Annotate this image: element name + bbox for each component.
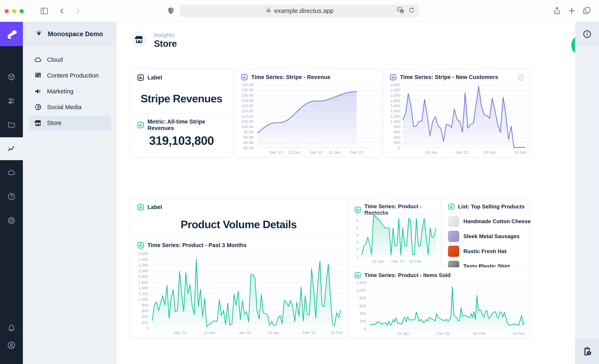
module-content-icon[interactable] [0, 65, 23, 89]
svg-text:1: 1 [356, 255, 359, 259]
sidebar-item-label: Marketing [47, 88, 73, 95]
sidebar-item-content-production[interactable]: Content Production [29, 68, 111, 83]
panel-header: Time Series: Product - Items Sold [364, 272, 450, 278]
tab-overview-icon[interactable] [582, 7, 591, 16]
share-icon[interactable] [552, 6, 562, 16]
sidebar-item-marketing[interactable]: Marketing [29, 84, 111, 99]
storefront-icon [34, 119, 42, 127]
list-item[interactable]: Rustic Fresh Hat [448, 244, 526, 258]
insights-panel-icon [448, 203, 455, 210]
module-users-icon[interactable] [0, 89, 23, 112]
back-icon[interactable] [58, 7, 67, 16]
stripe-revenue-chart: 140.0K135.0K130.0K125.0K120.0K115.0K110.… [238, 83, 379, 155]
shield-icon[interactable] [166, 6, 176, 16]
svg-text:1,000: 1,000 [138, 297, 148, 302]
svg-text:Dec '21: Dec '21 [174, 330, 187, 335]
svg-text:130.0K: 130.0K [241, 93, 254, 98]
sidebar-item-label: Store [47, 120, 61, 126]
cloud-icon [34, 56, 42, 63]
svg-text:800: 800 [359, 296, 366, 300]
svg-text:125.0K: 125.0K [241, 98, 254, 103]
label-text: Product Volume Details [130, 218, 347, 231]
list-item[interactable]: Sleek Metal Sausages [448, 230, 526, 243]
svg-text:Dec '21: Dec '21 [269, 150, 283, 155]
sidebar-item-cloud[interactable]: Cloud [29, 52, 111, 67]
forward-icon[interactable] [73, 7, 81, 16]
svg-text:1,400: 1,400 [390, 109, 400, 113]
breadcrumb[interactable]: Insights [154, 32, 175, 38]
reload-icon[interactable] [408, 7, 415, 15]
panel-stripe-revenue: Time Series: Stripe - Revenue 140.0K135.… [235, 69, 382, 158]
close-window-button[interactable] [5, 9, 9, 13]
dashboard-icon-chip [131, 31, 147, 47]
panel-divider [130, 113, 233, 114]
module-help-icon[interactable] [0, 185, 23, 208]
module-bar [0, 22, 23, 364]
svg-text:1,200: 1,200 [390, 114, 400, 119]
project-chip[interactable]: Monospace Demo [23, 22, 116, 46]
svg-text:1,400: 1,400 [138, 286, 148, 290]
svg-text:600: 600 [359, 304, 366, 308]
address-bar[interactable]: example.directus.app A文 [180, 5, 419, 17]
svg-text:135.0K: 135.0K [241, 88, 254, 92]
svg-text:2,200: 2,200 [138, 263, 148, 267]
module-cloud-icon[interactable] [0, 161, 23, 184]
svg-text:85.0K: 85.0K [243, 140, 254, 145]
svg-text:110.0K: 110.0K [241, 114, 254, 119]
module-files-icon[interactable] [0, 113, 23, 136]
svg-text:15 Dec: 15 Dec [288, 150, 300, 155]
sidebar-item-store[interactable]: Store [29, 115, 111, 130]
directus-logo[interactable] [0, 22, 23, 46]
module-settings-icon[interactable] [0, 209, 23, 232]
list-item[interactable]: Handmade Cotton Cheese [448, 214, 526, 228]
svg-text:95.0K: 95.0K [243, 130, 254, 134]
svg-text:16 Feb: 16 Feb [512, 331, 525, 336]
label-text: Stripe Revenues [130, 92, 233, 105]
items-sold-chart: 1,2001,000800600400200024 JanFeb '2208 F… [352, 281, 528, 336]
panel-header: Time Series: Stripe - New Customers [400, 74, 498, 80]
product-name: Sleek Metal Sausages [463, 233, 520, 240]
svg-text:1,200: 1,200 [356, 281, 366, 285]
panel-product-volume: Label Product Volume Details Time Series… [130, 199, 347, 338]
activity-log-button[interactable] [575, 339, 599, 364]
svg-text:24 Jan: 24 Jan [425, 150, 437, 155]
svg-text:2,000: 2,000 [138, 269, 148, 273]
zoom-window-button[interactable] [19, 9, 24, 13]
insights-panel-icon [241, 74, 248, 81]
new-tab-icon[interactable] [567, 7, 576, 16]
main-content: Insights Store Label Stripe Revenues [116, 22, 575, 364]
svg-text:Jan '22: Jan '22 [310, 150, 323, 155]
svg-text:Feb '22: Feb '22 [303, 330, 316, 335]
svg-text:1,000: 1,000 [390, 119, 400, 124]
translate-icon[interactable]: A文 [397, 7, 404, 15]
panel-top-selling: List: Top Selling Products Handmade Cott… [443, 199, 530, 266]
svg-text:Feb '22: Feb '22 [350, 150, 363, 155]
list-divider [446, 243, 528, 243]
app-frame: Monospace Demo Cloud Content Production … [0, 22, 599, 364]
user-avatar-icon[interactable] [0, 334, 23, 357]
svg-text:1,600: 1,600 [138, 280, 148, 284]
sidebar-toggle-icon[interactable] [40, 7, 49, 16]
panel-header-label: Label [148, 204, 162, 211]
product-thumbnail [448, 216, 459, 227]
project-name: Monospace Demo [48, 30, 103, 38]
insights-panel-icon [354, 272, 361, 278]
svg-text:400: 400 [359, 311, 366, 316]
nav-sidebar: Monospace Demo Cloud Content Production … [23, 22, 116, 364]
info-sidebar-button[interactable] [575, 22, 599, 46]
panel-header: Time Series: Stripe - Revenue [251, 74, 330, 80]
megaphone-icon [34, 88, 42, 95]
svg-text:1,600: 1,600 [390, 104, 400, 108]
svg-text:1,800: 1,800 [390, 98, 400, 103]
info-icon[interactable] [518, 74, 525, 82]
minimize-window-button[interactable] [12, 9, 16, 13]
module-insights-icon[interactable] [0, 137, 23, 160]
svg-text:1,800: 1,800 [138, 274, 148, 279]
insights-panel-icon [137, 242, 144, 249]
svg-text:08 Feb: 08 Feb [483, 150, 496, 155]
svg-text:800: 800 [394, 124, 400, 129]
svg-text:600: 600 [394, 130, 400, 134]
svg-text:16 Feb: 16 Feb [514, 150, 526, 155]
sidebar-item-social-media[interactable]: Social Media [29, 100, 111, 115]
panel-header-label: Label [148, 74, 162, 81]
